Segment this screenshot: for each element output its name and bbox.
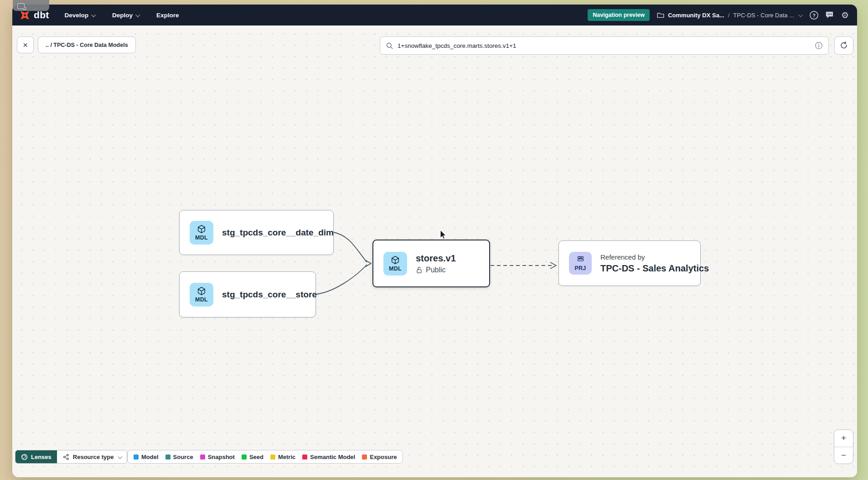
settings-gear-icon[interactable]: ⚙ — [840, 10, 850, 20]
chevron-down-icon — [135, 12, 140, 17]
chevron-down-icon — [118, 454, 123, 459]
nav-develop[interactable]: Develop — [65, 12, 95, 19]
svg-text:?: ? — [812, 12, 816, 18]
refresh-button[interactable] — [834, 36, 853, 55]
resource-legend: Model Source Snapshot Seed Metric Semant… — [127, 450, 403, 464]
legend-model: Model — [134, 454, 159, 460]
project-badge: PRJ — [569, 252, 592, 275]
node-label: TPC-DS - Sales Analytics — [600, 263, 709, 274]
archive-icon — [576, 255, 585, 265]
window-icon — [17, 3, 25, 9]
legend-swatch — [242, 454, 247, 460]
resource-type-dropdown[interactable]: Resource type — [57, 450, 127, 463]
dbt-logo-text: dbt — [34, 10, 49, 20]
top-nav-bar: dbt Develop Deploy Explore Navigation pr… — [12, 5, 857, 26]
node-label: stores.v1 — [416, 253, 456, 264]
search-icon — [386, 42, 393, 50]
legend-exposure: Exposure — [362, 454, 397, 460]
breadcrumb-project[interactable]: Community DX Sa... — [668, 12, 724, 19]
cube-icon — [196, 224, 207, 234]
lenses-control: Lenses Resource type — [15, 450, 127, 464]
legend-swatch — [165, 454, 170, 460]
access-level: Public — [416, 266, 456, 274]
node-label: stg_tpcds_core__store — [222, 290, 317, 300]
breadcrumb-separator: / — [728, 12, 730, 19]
node-referenced-by-project[interactable]: PRJ Referenced by TPC-DS - Sales Analyti… — [558, 240, 701, 286]
model-badge: MDL — [190, 283, 213, 306]
legend-swatch — [302, 454, 307, 460]
nav-deploy[interactable]: Deploy — [112, 12, 139, 19]
breadcrumb-section[interactable]: TPC-DS - Core Data ... — [733, 12, 794, 19]
lens-aperture-icon — [21, 454, 28, 460]
chevron-down-icon — [798, 12, 803, 17]
unlock-icon — [416, 266, 423, 274]
node-stores-v1[interactable]: MDL stores.v1 Public — [372, 240, 490, 287]
legend-semantic-model: Semantic Model — [302, 454, 355, 460]
zoom-controls: + − — [834, 429, 853, 464]
close-icon: × — [23, 40, 28, 50]
zoom-out-button[interactable]: − — [834, 447, 853, 464]
legend-snapshot: Snapshot — [200, 454, 235, 460]
canvas-toolbar: × .. / TPC-DS - Core Data Models — [17, 36, 853, 55]
legend-swatch — [200, 454, 205, 460]
legend-swatch — [362, 454, 367, 460]
breadcrumb[interactable]: Community DX Sa... / TPC-DS - Core Data … — [657, 12, 802, 19]
mouse-cursor — [440, 230, 449, 240]
legend-metric: Metric — [270, 454, 295, 460]
feedback-icon[interactable] — [825, 10, 834, 20]
screen-overlay-artifact — [13, 0, 49, 11]
chevron-down-icon — [91, 12, 96, 17]
navigation-preview-badge[interactable]: Navigation preview — [588, 9, 650, 21]
legend-source: Source — [165, 454, 193, 460]
node-stg-tpcds-core-date-dim[interactable]: MDL stg_tpcds_core__date_dim — [179, 210, 334, 255]
legend-swatch — [270, 454, 275, 460]
cube-icon — [196, 286, 207, 296]
zoom-in-button[interactable]: + — [834, 430, 853, 447]
cube-icon — [390, 255, 400, 265]
close-button[interactable]: × — [17, 36, 34, 53]
path-chip[interactable]: .. / TPC-DS - Core Data Models — [38, 36, 136, 53]
lineage-canvas[interactable]: × .. / TPC-DS - Core Data Models — [12, 26, 857, 477]
model-badge: MDL — [383, 252, 407, 276]
app-window: dbt Develop Deploy Explore Navigation pr… — [12, 5, 857, 477]
node-label: stg_tpcds_core__date_dim — [222, 228, 334, 238]
legend-swatch — [134, 454, 139, 460]
help-icon[interactable]: ? — [809, 10, 819, 20]
lenses-button[interactable]: Lenses — [16, 450, 57, 463]
resource-graph-icon — [62, 454, 70, 460]
search-input[interactable] — [398, 42, 811, 49]
info-icon[interactable] — [815, 41, 823, 50]
folder-icon — [657, 12, 664, 18]
model-badge: MDL — [190, 221, 213, 245]
legend-seed: Seed — [242, 454, 264, 460]
node-stg-tpcds-core-store[interactable]: MDL stg_tpcds_core__store — [179, 271, 316, 317]
refresh-icon — [840, 41, 848, 50]
nav-explore[interactable]: Explore — [156, 12, 179, 19]
referenced-by-label: Referenced by — [600, 253, 709, 261]
lineage-selector-bar[interactable] — [380, 36, 829, 55]
